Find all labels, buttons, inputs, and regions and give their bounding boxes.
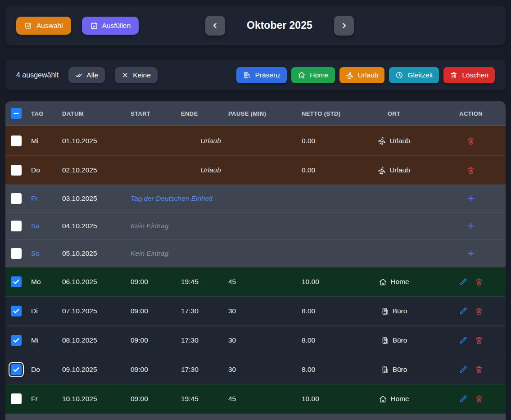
row-location: Urlaub — [352, 166, 436, 175]
row-day: Fr — [26, 395, 57, 403]
row-pause: 45 — [223, 278, 296, 286]
row-checkbox[interactable] — [11, 221, 22, 231]
row-checkbox[interactable] — [11, 306, 22, 316]
home-icon — [379, 395, 387, 403]
table-row: Mi 08.10.2025 09:00 17:30 30 8.00 Büro — [5, 325, 506, 355]
row-entry-label: Tag der Deutschen Einheit — [125, 194, 296, 203]
bulk-praesenz-button[interactable]: Präsenz — [236, 67, 287, 83]
office-icon — [243, 71, 251, 79]
row-day: Sa — [26, 222, 57, 230]
select-none-button[interactable]: Keine — [115, 67, 158, 83]
auswahl-button-label: Auswahl — [36, 22, 63, 30]
select-all-button[interactable]: Alle — [68, 67, 105, 83]
home-icon — [298, 71, 306, 79]
row-location: Urlaub — [352, 136, 436, 145]
close-icon — [122, 72, 129, 79]
row-date: 01.10.2025 — [57, 137, 125, 145]
row-location: Büro — [352, 336, 436, 345]
row-entry-label: Urlaub — [125, 166, 296, 174]
row-day: Mo — [26, 278, 57, 286]
select-all-label: Alle — [86, 71, 98, 79]
checkbox-check-icon — [24, 22, 32, 30]
plane-icon — [346, 71, 354, 79]
row-actions — [436, 249, 506, 258]
row-checkbox[interactable] — [11, 276, 22, 287]
row-netto: 8.00 — [296, 366, 352, 374]
row-location: Büro — [352, 366, 436, 374]
edit-icon[interactable] — [459, 336, 468, 345]
row-checkbox[interactable] — [11, 248, 22, 259]
row-checkbox[interactable] — [11, 335, 22, 346]
bulk-urlaub-label: Urlaub — [358, 71, 379, 79]
row-start: 09:00 — [125, 307, 176, 315]
add-icon[interactable] — [466, 221, 475, 230]
delete-icon[interactable] — [475, 336, 484, 345]
home-icon — [379, 278, 387, 286]
delete-icon[interactable] — [475, 394, 484, 403]
table-row: So 05.10.2025 Kein Eintrag — [5, 239, 506, 267]
location-label: Urlaub — [389, 166, 410, 174]
row-checkbox[interactable] — [11, 364, 22, 375]
delete-icon[interactable] — [466, 166, 475, 175]
delete-icon[interactable] — [475, 277, 484, 286]
add-icon[interactable] — [466, 249, 475, 258]
row-day: Mi — [26, 137, 57, 145]
row-entry-label: Urlaub — [125, 137, 296, 145]
bulk-loeschen-button[interactable]: Löschen — [443, 67, 495, 83]
row-entry-label: Kein Eintrag — [125, 249, 296, 257]
row-day: Fr — [26, 194, 57, 203]
add-icon[interactable] — [466, 194, 475, 203]
row-date: 03.10.2025 — [57, 194, 125, 203]
row-netto: 10.00 — [296, 395, 352, 403]
edit-icon[interactable] — [459, 365, 468, 374]
double-check-icon — [75, 72, 82, 79]
bulk-gleitzeit-button[interactable]: Gleitzeit — [389, 67, 439, 83]
delete-icon[interactable] — [475, 307, 484, 316]
delete-icon[interactable] — [475, 365, 484, 374]
auswahl-button[interactable]: Auswahl — [16, 17, 71, 35]
row-checkbox[interactable] — [11, 165, 22, 176]
month-title: Oktober 2025 — [247, 19, 312, 32]
header-netto: NETTO (STD) — [296, 110, 352, 117]
row-day: Di — [26, 307, 57, 315]
row-actions — [436, 394, 506, 403]
ausfuellen-button[interactable]: Ausfüllen — [82, 17, 139, 35]
row-end: 17:30 — [176, 366, 223, 374]
row-pause: 30 — [223, 336, 296, 344]
location-label: Büro — [393, 336, 407, 344]
bulk-urlaub-button[interactable]: Urlaub — [339, 67, 385, 83]
row-day: So — [26, 249, 57, 257]
edit-icon[interactable] — [459, 277, 468, 286]
row-actions — [436, 166, 506, 175]
row-end: 17:30 — [176, 336, 223, 344]
bulk-home-button[interactable]: Home — [291, 67, 335, 83]
header-datum: DATUM — [57, 110, 125, 117]
row-checkbox[interactable] — [11, 193, 22, 204]
row-actions — [436, 307, 506, 316]
plane-icon — [378, 136, 386, 145]
row-checkbox-cell — [5, 135, 26, 146]
header-start: START — [125, 110, 176, 117]
row-date: 02.10.2025 — [57, 166, 125, 174]
header-ende: ENDE — [176, 110, 223, 117]
row-checkbox-cell — [5, 248, 26, 259]
row-pause: 30 — [223, 366, 296, 374]
trash-icon — [450, 71, 458, 79]
row-pause: 45 — [223, 395, 296, 403]
location-label: Büro — [393, 307, 407, 315]
row-checkbox-cell — [5, 165, 26, 176]
select-all-checkbox[interactable] — [11, 108, 22, 119]
row-actions — [436, 277, 506, 286]
row-checkbox-cell — [5, 335, 26, 346]
next-month-button[interactable] — [334, 16, 354, 36]
location-label: Home — [390, 278, 409, 286]
clock-icon — [395, 71, 403, 79]
row-start: 09:00 — [125, 336, 176, 344]
prev-month-button[interactable] — [205, 16, 225, 36]
timesheet-table: TAG DATUM START ENDE PAUSE (MIN) NETTO (… — [5, 101, 506, 420]
delete-icon[interactable] — [466, 136, 475, 145]
row-checkbox[interactable] — [11, 135, 22, 146]
edit-icon[interactable] — [459, 394, 468, 403]
row-checkbox[interactable] — [11, 393, 22, 404]
edit-icon[interactable] — [459, 307, 468, 316]
